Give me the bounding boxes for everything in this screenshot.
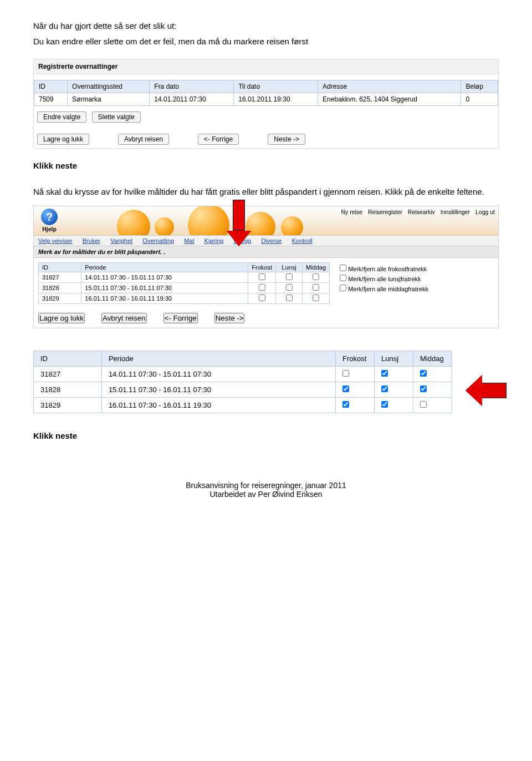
col-middag: Middag (303, 263, 330, 272)
col-id: ID (39, 263, 81, 272)
bulk-frokost-checkbox[interactable] (340, 265, 346, 271)
cell-periode: 15.01.11 07:30 - 16.01.11 07:30 (81, 283, 248, 293)
klikk-neste-1: Klikk neste (33, 160, 499, 172)
cell-id: 31827 (39, 272, 81, 283)
wizard-meals[interactable]: Mat (184, 237, 194, 244)
bulk-lunsj-checkbox[interactable] (340, 275, 346, 281)
meals-table-small: ID Periode Frokost Lunsj Middag 31827 14… (38, 262, 330, 304)
col-periode: Periode (81, 263, 248, 272)
nav-trip-archive[interactable]: Reisearkiv (408, 209, 435, 215)
wizard-user[interactable]: Bruker (83, 237, 100, 244)
overnight-panel: Registrerte overnattinger ID Overnatting… (33, 59, 499, 149)
middag-checkbox[interactable] (313, 284, 319, 291)
col-sted: Overnattingssted (68, 80, 150, 93)
middag-checkbox[interactable] (420, 370, 427, 377)
col-adresse: Adresse (318, 80, 461, 93)
frokost-checkbox[interactable] (342, 385, 349, 392)
frokost-checkbox[interactable] (342, 370, 349, 377)
frokost-checkbox[interactable] (259, 273, 265, 280)
bulk-frokost[interactable]: Merk/fjern alle frokostfratrekk (340, 265, 494, 272)
wizard-misc[interactable]: Diverse (261, 237, 282, 244)
wizard-driving[interactable]: Kjøring (204, 237, 224, 244)
cell-id: 7509 (34, 93, 68, 105)
cell-periode: 16.01.11 07:30 - 16.01.11 19:30 (101, 398, 335, 413)
lunsj-checkbox[interactable] (286, 295, 293, 301)
next-button[interactable]: Neste -> (268, 134, 305, 145)
klikk-neste-2: Klikk neste (33, 430, 499, 442)
save-close-button[interactable]: Lagre og lukk (37, 134, 89, 145)
footer-line-2: Utarbeidet av Per Øivind Eriksen (33, 490, 499, 499)
nav-new-trip[interactable]: Ny reise (341, 209, 362, 215)
big-meals-wrap: ID Periode Frokost Lunsj Middag 31827 14… (33, 351, 499, 413)
lunsj-checkbox[interactable] (381, 401, 388, 408)
frokost-checkbox[interactable] (259, 295, 265, 301)
bulk-middag[interactable]: Merk/fjern alle middagfratrekk (340, 285, 494, 292)
wizard-duration[interactable]: Varighet (110, 237, 132, 244)
delete-selected-button[interactable]: Slette valgte (92, 111, 141, 123)
help-label: Hjelp (37, 226, 62, 232)
lunsj-checkbox[interactable] (286, 273, 293, 280)
overnight-nav-row: Lagre og lukk Avbryt reisen <- Forrige N… (34, 134, 498, 145)
col-belop: Beløp (461, 80, 498, 93)
cell-fra: 14.01.2011 07:30 (150, 93, 234, 105)
cell-periode: 16.01.11 07:30 - 16.01.11 19:30 (81, 293, 248, 304)
nav-logout[interactable]: Logg ut (475, 209, 495, 215)
col-frokost: Frokost (336, 351, 375, 367)
wizard-select[interactable]: Velg veiviser (38, 237, 73, 244)
col-til: Til dato (234, 80, 318, 93)
help-link[interactable]: ? Hjelp (37, 209, 62, 232)
meals-row: 31829 16.01.11 07:30 - 16.01.11 19:30 (39, 293, 330, 304)
col-fra: Fra dato (150, 80, 234, 93)
meals-instructions: Nå skal du krysse av for hvilke måltider… (33, 186, 499, 198)
cell-periode: 14.01.11 07:30 - 15.01.11 07:30 (81, 272, 248, 283)
overnight-row[interactable]: 7509 Sørmarka 14.01.2011 07:30 16.01.201… (34, 93, 498, 105)
prev-button[interactable]: <- Forrige (163, 313, 198, 323)
frokost-checkbox[interactable] (342, 401, 349, 408)
bulk-frokost-label: Merk/fjern alle frokostfratrekk (348, 266, 427, 272)
wizard-tabs: Velg veiviser Bruker Varighet Overnattin… (34, 235, 498, 246)
middag-checkbox[interactable] (313, 273, 319, 280)
overnight-table: ID Overnattingssted Fra dato Til dato Ad… (34, 80, 498, 106)
middag-checkbox[interactable] (420, 385, 427, 392)
cell-id: 31829 (34, 398, 102, 413)
wizard-overnight[interactable]: Overnatting (142, 237, 174, 244)
meals-row: 31828 15.01.11 07:30 - 16.01.11 07:30 (39, 283, 330, 293)
save-close-button[interactable]: Lagre og lukk (38, 313, 85, 323)
lunsj-checkbox[interactable] (286, 284, 293, 291)
wizard-control[interactable]: Kontroll (291, 237, 312, 244)
col-lunsj: Lunsj (375, 351, 413, 367)
big-meals-row: 31828 15.01.11 07:30 - 16.01.11 07:30 (34, 382, 452, 398)
nav-trip-register[interactable]: Reiseregister (368, 209, 402, 215)
frokost-checkbox[interactable] (259, 284, 265, 291)
abort-trip-button[interactable]: Avbryt reisen (101, 313, 147, 323)
prev-button[interactable]: <- Forrige (198, 134, 239, 145)
bulk-options: Merk/fjern alle frokostfratrekk Merk/fje… (340, 262, 494, 304)
middag-checkbox[interactable] (420, 401, 427, 408)
cell-belop: 0 (461, 93, 498, 105)
nav-settings[interactable]: Innstillinger (441, 209, 470, 215)
overnight-header-row: ID Overnattingssted Fra dato Til dato Ad… (34, 80, 498, 93)
big-meals-table: ID Periode Frokost Lunsj Middag 31827 14… (33, 351, 452, 413)
bulk-lunsj[interactable]: Merk/fjern alle lunsjfratrekk (340, 275, 494, 282)
cell-id: 31827 (34, 367, 102, 382)
abort-trip-button[interactable]: Avbryt reisen (118, 134, 169, 145)
overnight-panel-title: Registrerte overnattinger (34, 59, 498, 74)
col-lunsj: Lunsj (276, 263, 303, 272)
cell-adresse: Enebakkvn. 625, 1404 Siggerud (318, 93, 461, 105)
app-top-nav: Ny reise Reiseregister Reisearkiv Innsti… (341, 209, 495, 215)
middag-checkbox[interactable] (313, 295, 319, 301)
lunsj-checkbox[interactable] (381, 370, 388, 377)
cell-id: 31828 (39, 283, 81, 293)
edit-selected-button[interactable]: Endre valgte (37, 111, 86, 123)
col-periode: Periode (101, 351, 335, 367)
bulk-middag-checkbox[interactable] (340, 285, 346, 291)
big-meals-row: 31829 16.01.11 07:30 - 16.01.11 19:30 (34, 398, 452, 413)
lunsj-checkbox[interactable] (381, 385, 388, 392)
cell-id: 31829 (39, 293, 81, 304)
bulk-middag-label: Merk/fjern alle middagfratrekk (348, 286, 428, 292)
next-button[interactable]: Neste -> (214, 313, 245, 323)
arrow-down-icon (227, 200, 251, 246)
col-id: ID (34, 351, 102, 367)
meals-row: 31827 14.01.11 07:30 - 15.01.11 07:30 (39, 272, 330, 283)
bulk-lunsj-label: Merk/fjern alle lunsjfratrekk (348, 276, 421, 282)
